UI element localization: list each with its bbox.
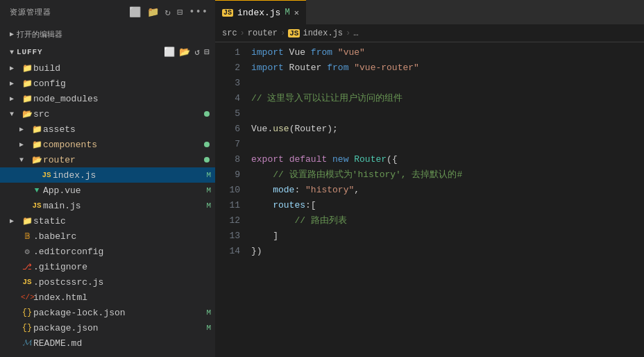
collapse-icon[interactable]: ⊟ <box>177 6 183 18</box>
readme-label: README.md <box>33 338 215 349</box>
js-tab-icon: JS <box>222 9 233 17</box>
refresh-icon[interactable]: ↻ <box>165 6 171 18</box>
root-folder-label: LUFFY <box>17 48 42 56</box>
sidebar-item-src[interactable]: ▼ 📂 src <box>0 106 215 122</box>
gitignore-label: .gitignore <box>33 262 215 272</box>
sidebar-item-build[interactable]: ▶ 📁 build <box>0 60 215 76</box>
code-line-14: }) <box>251 244 644 259</box>
new-folder-btn[interactable]: 📂 <box>179 47 190 58</box>
sidebar-item-package-json[interactable]: {} package.json M <box>0 320 215 335</box>
code-line-11: routes:[ <box>251 198 644 213</box>
refresh-btn[interactable]: ↺ <box>194 47 200 58</box>
chevron-down-icon: ▼ <box>10 49 14 56</box>
folder-open-icon: 📂 <box>21 109 33 119</box>
main-area: JS index.js M ✕ src › router › JS index.… <box>215 0 644 357</box>
sidebar-item-editorconfig[interactable]: ⚙ .editorconfig <box>0 244 215 259</box>
open-editors-section[interactable]: ▶ 打开的编辑器 <box>0 24 215 42</box>
md-file-icon: 𝓜 <box>21 338 33 348</box>
line-numbers: 1 2 3 4 5 6 7 8 9 10 11 12 13 14 <box>215 42 246 357</box>
sidebar-item-main-js[interactable]: JS main.js M <box>0 198 215 213</box>
folder-icon: 📁 <box>21 94 33 104</box>
chevron-right-icon: ▶ <box>10 30 14 38</box>
new-folder-icon[interactable]: 📁 <box>147 6 160 18</box>
code-line-1: import Vue from "vue" <box>251 45 644 60</box>
sidebar-item-app-vue[interactable]: ▼ App.vue M <box>0 183 215 198</box>
babel-file-icon: 𝔹 <box>21 231 33 242</box>
new-file-btn[interactable]: ⬜ <box>164 47 175 58</box>
sidebar-item-static[interactable]: ▶ 📁 static <box>0 213 215 229</box>
new-file-icon[interactable]: ⬜ <box>129 6 142 18</box>
modified-badge: M <box>206 171 211 179</box>
folder-icon: 📁 <box>21 216 33 226</box>
breadcrumb-sep3: › <box>346 28 350 38</box>
js-file-icon: JS <box>21 278 33 286</box>
code-line-2: import Router from "vue-router" <box>251 60 644 76</box>
breadcrumb-sep2: › <box>280 28 285 38</box>
sidebar-item-components[interactable]: ▶ 📁 components <box>0 137 215 152</box>
more-icon[interactable]: ••• <box>189 6 208 18</box>
sidebar-item-readme[interactable]: 𝓜 README.md <box>0 335 215 351</box>
package-lock-label: package-lock.json <box>33 308 206 318</box>
breadcrumb-file: index.js <box>303 28 343 38</box>
sidebar-title: 资源管理器 <box>10 7 51 17</box>
chevron-right-icon: ▶ <box>10 217 21 225</box>
code-line-4: // 这里导入可以让让用户访问的组件 <box>251 91 644 106</box>
open-editors-label: 打开的编辑器 <box>17 29 62 40</box>
code-line-10: mode: "history", <box>251 183 644 198</box>
app-vue-label: App.vue <box>43 185 206 196</box>
vue-file-icon: ▼ <box>31 186 43 194</box>
folder-icon: 📁 <box>31 140 43 150</box>
babelrc-label: .babelrc <box>33 231 215 242</box>
sidebar-item-gitignore[interactable]: ⎇ .gitignore <box>0 259 215 274</box>
tab-index-js[interactable]: JS index.js M ✕ <box>215 0 306 24</box>
code-line-9: // 设置路由模式为'history', 去掉默认的# <box>251 167 644 183</box>
tab-modified: M <box>285 8 289 17</box>
node-modules-label: node_modules <box>33 94 215 104</box>
sidebar-item-postcssrc[interactable]: JS .postcssrc.js <box>0 274 215 290</box>
code-line-5 <box>251 106 644 122</box>
collapse-btn[interactable]: ⊟ <box>204 47 210 58</box>
build-label: build <box>33 63 215 74</box>
js-file-icon: JS <box>40 171 53 179</box>
breadcrumb-src: src <box>222 28 237 38</box>
git-file-icon: ⎇ <box>21 262 33 272</box>
code-line-3 <box>251 76 644 91</box>
sidebar-item-package-lock[interactable]: {} package-lock.json M <box>0 305 215 320</box>
postcssrc-label: .postcssrc.js <box>33 277 215 288</box>
json-file-icon: {} <box>21 308 33 317</box>
chevron-right-icon: ▶ <box>19 125 31 133</box>
config-label: config <box>33 78 215 89</box>
code-content[interactable]: import Vue from "vue" import Router from… <box>246 42 644 357</box>
code-editor[interactable]: 1 2 3 4 5 6 7 8 9 10 11 12 13 14 import … <box>215 42 644 357</box>
chevron-right-icon: ▶ <box>10 94 21 103</box>
static-label: static <box>33 216 215 226</box>
sidebar-item-node-modules[interactable]: ▶ 📁 node_modules <box>0 91 215 106</box>
chevron-right-icon: ▶ <box>19 140 31 149</box>
sidebar-header-icons: ⬜ 📁 ↻ ⊟ ••• <box>129 6 208 18</box>
editorconfig-label: .editorconfig <box>33 247 215 257</box>
sidebar-item-index-js[interactable]: JS index.js M <box>0 167 215 183</box>
tab-label: index.js <box>237 8 280 18</box>
breadcrumb-more: … <box>353 28 358 38</box>
root-folder-section[interactable]: ▼ LUFFY ⬜ 📂 ↺ ⊟ <box>0 42 215 60</box>
package-json-label: package.json <box>33 323 206 333</box>
sidebar-header: 资源管理器 ⬜ 📁 ↻ ⊟ ••• <box>0 0 215 24</box>
components-label: components <box>43 140 204 150</box>
sidebar-item-babelrc[interactable]: 𝔹 .babelrc <box>0 229 215 244</box>
router-label: router <box>43 155 204 165</box>
sidebar-item-router[interactable]: ▼ 📂 router <box>0 152 215 167</box>
chevron-right-icon: ▶ <box>10 64 21 72</box>
folder-icon: 📁 <box>31 124 43 135</box>
sidebar-item-index-html[interactable]: </> index.html <box>0 290 215 305</box>
folder-icon: 📁 <box>21 78 33 89</box>
src-label: src <box>33 109 204 119</box>
breadcrumb: src › router › JS index.js › … <box>215 24 644 42</box>
sidebar-item-config[interactable]: ▶ 📁 config <box>0 76 215 91</box>
tab-close-button[interactable]: ✕ <box>294 8 299 18</box>
json-file-icon: {} <box>21 323 33 333</box>
code-line-8: export default new Router({ <box>251 152 644 167</box>
breadcrumb-router: router <box>248 28 278 38</box>
index-js-label: index.js <box>53 170 206 181</box>
sidebar-item-assets[interactable]: ▶ 📁 assets <box>0 122 215 137</box>
folder-open-icon: 📂 <box>31 155 43 165</box>
